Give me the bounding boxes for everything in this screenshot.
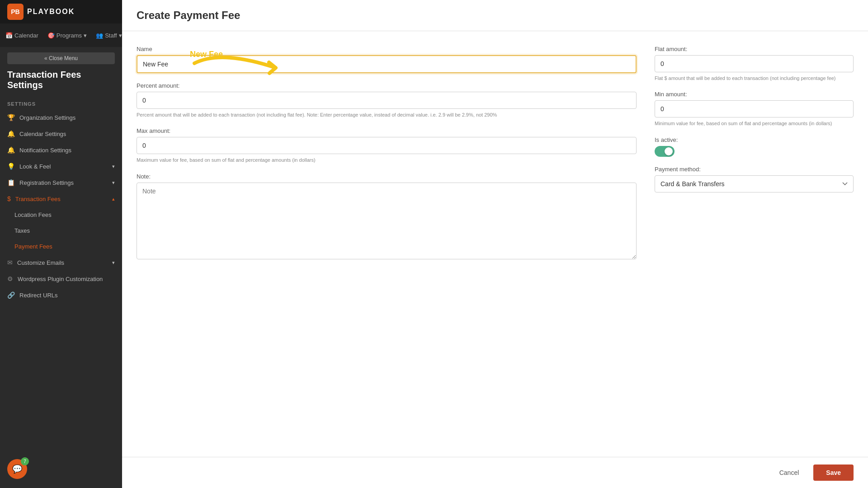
percent-amount-group: Percent amount: Percent amount that will… [137, 82, 637, 118]
chevron-up-icon: ▴ [112, 196, 115, 202]
max-amount-input[interactable] [137, 137, 637, 154]
dollar-icon: $ [7, 195, 11, 202]
sidebar-item-customize-emails[interactable]: ✉ Customize Emails ▾ [0, 254, 122, 271]
clipboard-icon: 📋 [7, 179, 15, 186]
sidebar-item-org-settings[interactable]: 🏆 Organization Settings [0, 109, 122, 126]
chat-badge: 7 [21, 457, 29, 465]
note-textarea[interactable] [137, 183, 637, 259]
logo-text: PLAYBOOK [27, 8, 75, 16]
sidebar: PB PLAYBOOK 📅 Calendar 🎯 Programs ▾ 👥 St… [0, 0, 122, 488]
is-active-group: Is active: [655, 136, 854, 157]
sidebar-item-payment-fees[interactable]: Payment Fees [0, 239, 122, 254]
name-input[interactable] [137, 55, 637, 73]
modal-title: Create Payment Fee [137, 9, 240, 22]
trophy-icon: 🏆 [7, 114, 15, 121]
sidebar-footer: 💬 7 [7, 459, 27, 479]
note-group: Note: [137, 173, 637, 259]
sidebar-item-wordpress[interactable]: ⚙ Wordpress Plugin Customization [0, 271, 122, 287]
modal-left-column: Name Percent amount: Percent amount that… [137, 46, 637, 442]
percent-hint: Percent amount that will be added to eac… [137, 112, 637, 118]
sidebar-item-redirect-urls[interactable]: 🔗 Redirect URLs [0, 287, 122, 303]
percent-amount-label: Percent amount: [137, 82, 637, 89]
flat-amount-group: Flat amount: Flat $ amount that will be … [655, 46, 854, 82]
max-hint: Maximum value for fee, based on sum of f… [137, 157, 637, 164]
name-field-group: Name [137, 46, 637, 73]
payment-method-label: Payment method: [655, 166, 854, 173]
is-active-toggle[interactable] [655, 146, 675, 157]
payment-method-select[interactable]: Card & Bank Transfers Card Only Bank Tra… [655, 175, 854, 192]
bell-icon: 🔔 [7, 130, 15, 137]
modal-right-column: Flat amount: Flat $ amount that will be … [655, 46, 854, 442]
nav-calendar[interactable]: 📅 Calendar [5, 32, 38, 39]
min-amount-label: Min amount: [655, 91, 854, 98]
sidebar-item-registration-settings[interactable]: 📋 Registration Settings ▾ [0, 174, 122, 191]
nav-programs[interactable]: 🎯 Programs ▾ [47, 32, 87, 39]
cancel-button[interactable]: Cancel [770, 465, 808, 481]
flat-amount-label: Flat amount: [655, 46, 854, 52]
nav-staff[interactable]: 👥 Staff ▾ [96, 32, 122, 39]
min-hint: Minimum value for fee, based on sum of f… [655, 120, 854, 127]
logo-abbr: PB [11, 8, 19, 15]
logo-icon: PB [7, 4, 24, 20]
modal-header: Create Payment Fee [122, 0, 868, 31]
sidebar-item-transaction-fees[interactable]: $ Transaction Fees ▴ [0, 191, 122, 207]
chat-button[interactable]: 💬 7 [7, 459, 27, 479]
is-active-label: Is active: [655, 136, 854, 143]
sidebar-item-notification-settings[interactable]: 🔔 Notification Settings [0, 142, 122, 158]
main-content: Location Fees Transaction Fees ✏ Bank...… [122, 0, 868, 488]
page-title: Transaction Fees Settings [0, 70, 122, 98]
close-menu-button[interactable]: « Close Menu [7, 52, 115, 64]
link-icon: 🔗 [7, 291, 15, 299]
min-amount-input[interactable] [655, 100, 854, 117]
mail-icon: ✉ [7, 259, 13, 266]
max-amount-group: Max amount: Maximum value for fee, based… [137, 127, 637, 164]
sidebar-item-location-fees[interactable]: Location Fees [0, 207, 122, 223]
chevron-down-icon: ▾ [112, 164, 115, 169]
name-label: Name [137, 46, 637, 52]
payment-method-group: Payment method: Card & Bank Transfers Ca… [655, 166, 854, 192]
chevron-down-icon-2: ▾ [112, 180, 115, 186]
sidebar-item-calendar-settings[interactable]: 🔔 Calendar Settings [0, 126, 122, 142]
create-payment-fee-modal: Create Payment Fee Name Percent amount: … [122, 0, 868, 488]
flat-amount-input[interactable] [655, 55, 854, 72]
paint-icon: 💡 [7, 163, 15, 170]
percent-amount-wrap [137, 92, 637, 109]
settings-section-label: SETTINGS [0, 98, 122, 109]
min-amount-group: Min amount: Minimum value for fee, based… [655, 91, 854, 127]
chevron-down-icon-3: ▾ [112, 260, 115, 266]
note-label: Note: [137, 173, 637, 180]
percent-amount-input[interactable] [137, 92, 637, 109]
app-header: PB PLAYBOOK [0, 0, 122, 23]
gear-icon: ⚙ [7, 275, 13, 282]
sidebar-item-taxes[interactable]: Taxes [0, 223, 122, 239]
save-button[interactable]: Save [813, 465, 854, 481]
sidebar-item-look-feel[interactable]: 💡 Look & Feel ▾ [0, 158, 122, 174]
modal-body: Name Percent amount: Percent amount that… [122, 31, 868, 457]
max-amount-label: Max amount: [137, 127, 637, 134]
flat-hint: Flat $ amount that will be added to each… [655, 75, 854, 82]
bell-icon-2: 🔔 [7, 146, 15, 154]
nav-bar: 📅 Calendar 🎯 Programs ▾ 👥 Staff ▾ 📣 Mark… [0, 23, 122, 47]
modal-footer: Cancel Save [122, 457, 868, 488]
toggle-knob [665, 147, 673, 155]
